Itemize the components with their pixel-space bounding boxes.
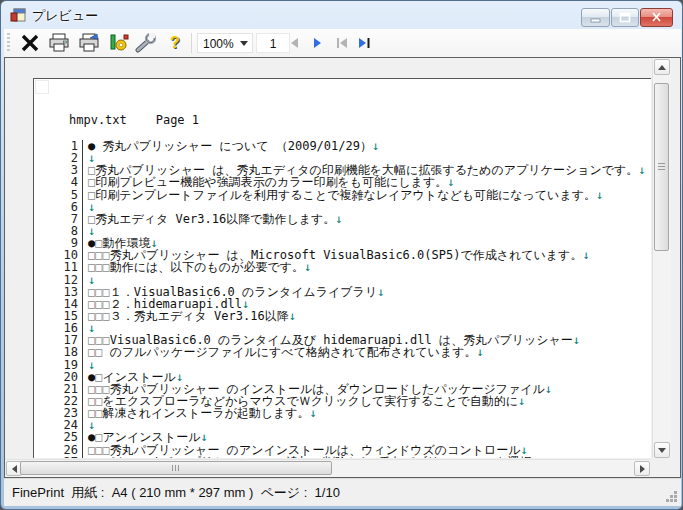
line-text: □□□動作には、以下のものが必要です。↓ — [82, 261, 311, 273]
next-page-button[interactable] — [308, 33, 328, 53]
title-bar[interactable]: プレビュー — [1, 1, 682, 29]
help-button[interactable]: ? — [162, 31, 188, 55]
line-number: 11 — [34, 261, 82, 273]
close-preview-button[interactable] — [17, 31, 43, 55]
line-number: 19 — [34, 359, 82, 371]
document-line: 12↓ — [34, 274, 651, 286]
line-text: □□□３．秀丸エディタ Ver3.16以降↓ — [82, 310, 296, 322]
first-page-icon — [336, 37, 349, 49]
document-page: hmpv.txt Page 1 1● 秀丸パブリッシャー について （2009/… — [33, 78, 651, 458]
line-number: 25 — [34, 431, 82, 443]
document-line: 20●□インストール↓ — [34, 371, 651, 383]
arrow-down-icon — [658, 448, 666, 453]
thumb-grip — [172, 465, 179, 471]
document-line: 25●□アンインストール↓ — [34, 431, 651, 443]
options-button[interactable] — [134, 31, 160, 55]
print-setup-button[interactable] — [76, 31, 102, 55]
document-line: 18□□ のフルパッケージファイルにすべて格納されて配布されています。↓ — [34, 346, 651, 358]
document-viewport: hmpv.txt Page 1 1● 秀丸パブリッシャー について （2009/… — [5, 58, 651, 458]
line-number: 20 — [34, 371, 82, 383]
prev-page-button[interactable] — [284, 33, 304, 53]
prev-page-icon — [288, 37, 300, 49]
line-number: 12 — [34, 274, 82, 286]
question-mark-icon: ? — [170, 34, 180, 52]
line-number: 13 — [34, 286, 82, 298]
line-number: 18 — [34, 346, 82, 358]
line-text: □印刷プレビュー機能や強調表示のカラー印刷をも可能にします。↓ — [82, 176, 454, 188]
toolbar-separator — [191, 33, 192, 53]
scroll-up-button[interactable] — [654, 59, 670, 75]
document-line: 19↓ — [34, 359, 651, 371]
line-text: □□ のフルパッケージファイルにすべて格納されて配布されています。↓ — [82, 346, 484, 358]
document-line: 4□印刷プレビュー機能や強調表示のカラー印刷をも可能にします。↓ — [34, 176, 651, 188]
document-line: 26□□□秀丸パブリッシャー のアンインストールは、ウィンドウズのコントロール↓ — [34, 444, 651, 456]
close-button[interactable] — [640, 8, 673, 27]
document-line: 15□□□３．秀丸エディタ Ver3.16以降↓ — [34, 310, 651, 322]
template-settings-button[interactable] — [106, 31, 132, 55]
window-title: プレビュー — [32, 7, 98, 25]
line-text: □印刷テンプレートファイルを利用することで複雑なレイアウトなども可能になっていま… — [82, 189, 603, 201]
document-line: 23□□解凍されインストーラが起動します。↓ — [34, 407, 651, 419]
toolbar-grip[interactable] — [7, 33, 10, 53]
printer-settings-icon — [78, 33, 100, 53]
line-text: □□解凍されインストーラが起動します。↓ — [82, 407, 317, 419]
thumb-grip — [658, 163, 665, 170]
next-page-icon — [312, 37, 324, 49]
line-text: □□□１．VisualBasic6.0 のランタイムライブラリ↓ — [82, 286, 384, 298]
arrow-up-icon — [658, 65, 666, 70]
minimize-icon — [582, 9, 609, 26]
scroll-right-button[interactable] — [634, 461, 650, 476]
document-line: 7□秀丸エディタ Ver3.16以降で動作します。↓ — [34, 213, 651, 225]
arrow-left-icon — [12, 465, 17, 473]
document-line: 27□□パネルにあるアプリケーションの追加と削除から 秀丸パブリッシャー を選択… — [34, 456, 651, 458]
resize-grip[interactable] — [665, 490, 678, 503]
line-text: □□パネルにあるアプリケーションの追加と削除から 秀丸パブリッシャー を選択↓ — [82, 456, 539, 458]
page-corner-mark — [35, 80, 49, 94]
status-bar: FinePrint 用紙 : A4 ( 210 mm * 297 mm ) ペー… — [4, 478, 681, 506]
chevron-down-icon[interactable] — [240, 41, 248, 46]
vertical-scroll-thumb[interactable] — [654, 83, 669, 251]
vertical-scrollbar[interactable] — [652, 59, 671, 458]
line-text: □秀丸エディタ Ver3.16以降で動作します。↓ — [82, 213, 343, 225]
maximize-button[interactable] — [611, 8, 639, 27]
print-button[interactable] — [46, 31, 72, 55]
line-text: ↓ — [82, 359, 95, 371]
line-number: 5 — [34, 189, 82, 201]
arrow-right-icon — [640, 465, 645, 473]
colorful-tools-icon — [108, 33, 130, 53]
document-lines: 1● 秀丸パブリッシャー について （2009/01/29）↓2↓3□秀丸パブリ… — [34, 140, 651, 458]
printer-icon — [48, 33, 70, 53]
close-icon — [641, 9, 672, 26]
app-icon — [10, 7, 26, 23]
line-number: 26 — [34, 444, 82, 456]
document-line: 11□□□動作には、以下のものが必要です。↓ — [34, 261, 651, 273]
maximize-icon — [612, 9, 638, 26]
first-page-button[interactable] — [332, 33, 352, 53]
document-line: 5□印刷テンプレートファイルを利用することで複雑なレイアウトなども可能になってい… — [34, 189, 651, 201]
last-page-icon — [358, 37, 371, 49]
document-line: 13□□□１．VisualBasic6.0 のランタイムライブラリ↓ — [34, 286, 651, 298]
toolbar: ? 100% 1 — [4, 29, 681, 57]
document-line: 1● 秀丸パブリッシャー について （2009/01/29）↓ — [34, 140, 651, 152]
last-page-button[interactable] — [354, 33, 374, 53]
horizontal-scroll-thumb[interactable] — [20, 461, 332, 475]
line-number: 4 — [34, 176, 82, 188]
document-header: hmpv.txt Page 1 — [69, 113, 199, 127]
preview-pane: hmpv.txt Page 1 1● 秀丸パブリッシャー について （2009/… — [4, 57, 681, 478]
wrench-icon — [135, 33, 159, 53]
line-text: ● 秀丸パブリッシャー について （2009/01/29）↓ — [82, 140, 379, 152]
horizontal-scrollbar[interactable] — [6, 459, 650, 477]
preview-window: プレビュー — [0, 0, 683, 510]
line-text: □□□秀丸パブリッシャー のアンインストールは、ウィンドウズのコントロール↓ — [82, 444, 528, 456]
status-text: FinePrint 用紙 : A4 ( 210 mm * 297 mm ) ペー… — [12, 479, 340, 506]
line-number: 27 — [34, 456, 82, 458]
scroll-down-button[interactable] — [654, 442, 670, 458]
x-icon — [19, 33, 41, 53]
minimize-button[interactable] — [581, 8, 610, 27]
